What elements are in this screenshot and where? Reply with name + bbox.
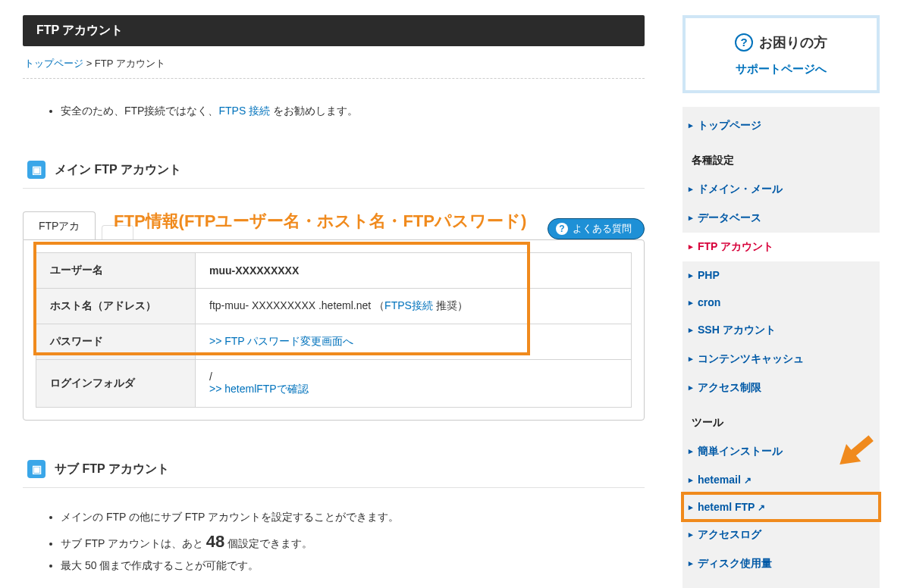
sidebar-item-ssh[interactable]: SSH アカウント (682, 316, 880, 345)
sub-line-2-post: 個設定できます。 (224, 537, 312, 549)
sidebar-item-ftp-account[interactable]: FTP アカウント (682, 233, 880, 261)
row-host: ホスト名（アドレス） ftp-muu- XXXXXXXXX .heteml.ne… (36, 289, 632, 324)
external-link-icon: ↗ (758, 502, 765, 513)
sub-line-3: 最大 50 個まで作成することが可能です。 (61, 559, 622, 573)
notice-line: 安全のため、FTP接続ではなく、FTPS 接続 をお勧めします。 (61, 105, 622, 118)
breadcrumb: トップページ > FTP アカウント (23, 46, 645, 79)
help-box: お困りの方 サポートページへ (682, 15, 880, 93)
sidebar-item-disk-usage[interactable]: ディスク使用量 (682, 549, 880, 578)
sub-ftp-section-title: サブ FTP アカウント (55, 461, 169, 477)
ftp-info-panel: ユーザー名 muu-XXXXXXXXX ホスト名（アドレス） ftp-muu- … (23, 239, 645, 421)
tab-ftp-account[interactable]: FTPアカ (23, 211, 96, 239)
hetemlftp-link[interactable]: >> hetemlFTPで確認 (209, 383, 309, 395)
sidebar-item-label: heteml FTP (698, 501, 755, 513)
faq-button-label: よくある質問 (573, 222, 632, 236)
faq-button[interactable]: ? よくある質問 (548, 218, 645, 239)
main-ftp-section-header: ▣ メイン FTP アカウント (23, 152, 645, 189)
side-menu: トップページ 各種設定 ドメイン・メール データベース FTP アカウント PH… (682, 107, 880, 588)
folder-label: ログインフォルダ (36, 360, 196, 408)
sub-line-1: メインの FTP の他にサブ FTP アカウントを設定することができます。 (61, 511, 622, 524)
folder-slash: / (209, 371, 212, 383)
row-password: パスワード >> FTP パスワード変更画面へ (36, 324, 632, 360)
sidebar-item-php[interactable]: PHP (682, 261, 880, 289)
help-title: お困りの方 (693, 33, 869, 52)
page-title-bar: FTP アカウント (23, 15, 645, 46)
sidebar-group-security: セキュリティ (682, 584, 880, 588)
question-icon: ? (556, 223, 568, 235)
notice-prefix: 安全のため、FTP接続ではなく、 (61, 105, 218, 117)
notice-suffix: をお勧めします。 (270, 105, 358, 117)
ftps-rec-link[interactable]: FTPS接続 (384, 299, 433, 311)
host-value-pre: ftp-muu- XXXXXXXXX .heteml.net （ (209, 299, 384, 311)
breadcrumb-home-link[interactable]: トップページ (24, 58, 83, 69)
section-icon: ▣ (27, 161, 46, 179)
breadcrumb-sep: > (86, 58, 93, 69)
sidebar-item-domain[interactable]: ドメイン・メール (682, 175, 880, 204)
sub-ftp-list: メインの FTP の他にサブ FTP アカウントを設定することができます。 サブ… (23, 488, 645, 588)
sub-line-2-pre: サブ FTP アカウントは、あと (61, 537, 206, 549)
host-label: ホスト名（アドレス） (36, 289, 196, 324)
sub-line-2: サブ FTP アカウントは、あと 48 個設定できます。 (61, 532, 622, 552)
ftp-info-table: ユーザー名 muu-XXXXXXXXX ホスト名（アドレス） ftp-muu- … (36, 252, 632, 408)
sidebar-group-settings: 各種設定 (682, 146, 880, 175)
sidebar-item-label: hetemail (698, 474, 741, 486)
callout-annotation: FTP情報(FTPユーザー名・ホスト名・FTPパスワード) (114, 210, 526, 233)
sub-ftp-section-header: ▣ サブ FTP アカウント (23, 451, 645, 488)
sidebar-item-access-restrict[interactable]: アクセス制限 (682, 374, 880, 402)
svg-marker-0 (833, 430, 879, 474)
username-value: muu-XXXXXXXXX (209, 264, 299, 277)
sidebar-item-top[interactable]: トップページ (682, 111, 880, 140)
host-value: ftp-muu- XXXXXXXXX .heteml.net （FTPS接続 推… (196, 289, 632, 324)
sidebar-item-cron[interactable]: cron (682, 289, 880, 316)
sidebar-item-access-log[interactable]: アクセスログ (682, 521, 880, 549)
sidebar-item-database[interactable]: データベース (682, 204, 880, 233)
sidebar-item-cache[interactable]: コンテンツキャッシュ (682, 345, 880, 374)
breadcrumb-current: FTP アカウント (95, 58, 165, 69)
section-icon: ▣ (27, 460, 46, 478)
sidebar-item-heteml-ftp[interactable]: heteml FTP↗ (682, 493, 880, 521)
row-folder: ログインフォルダ / >> hetemlFTPで確認 (36, 360, 632, 408)
support-page-link[interactable]: サポートページへ (693, 62, 869, 77)
username-label: ユーザー名 (36, 253, 196, 289)
sub-remaining-count: 48 (206, 532, 224, 551)
row-username: ユーザー名 muu-XXXXXXXXX (36, 253, 632, 289)
host-value-post: 推奨） (433, 299, 468, 311)
external-link-icon: ↗ (744, 475, 752, 486)
password-label: パスワード (36, 324, 196, 360)
main-ftp-section-title: メイン FTP アカウント (55, 162, 181, 178)
password-change-link[interactable]: >> FTP パスワード変更画面へ (209, 335, 353, 347)
pointer-arrow-icon (831, 423, 884, 478)
ftps-link[interactable]: FTPS 接続 (218, 105, 270, 117)
